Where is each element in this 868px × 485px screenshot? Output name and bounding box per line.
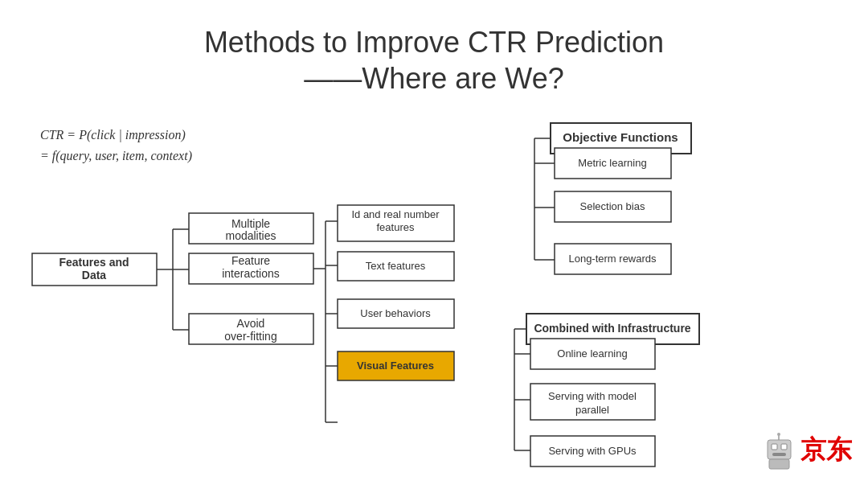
svg-rect-63 bbox=[772, 453, 786, 456]
svg-text:Features and: Features and bbox=[59, 256, 129, 269]
svg-text:Long-term rewards: Long-term rewards bbox=[568, 253, 657, 265]
svg-text:Selection bias: Selection bias bbox=[580, 200, 645, 212]
svg-text:Multiple: Multiple bbox=[231, 217, 270, 230]
svg-point-65 bbox=[777, 433, 780, 436]
svg-text:Visual Features: Visual Features bbox=[357, 360, 434, 372]
formula-line2: = f(query, user, item, context) bbox=[40, 146, 192, 166]
svg-text:Metric learning: Metric learning bbox=[578, 157, 646, 169]
svg-text:interactions: interactions bbox=[222, 267, 280, 280]
svg-text:Data: Data bbox=[82, 269, 107, 282]
right-top-tree-diagram: Objective Functions Metric learning Sele… bbox=[510, 119, 848, 320]
title-line2: ——Where are We? bbox=[32, 60, 836, 97]
svg-rect-61 bbox=[772, 444, 777, 450]
title-line1: Methods to Improve CTR Prediction bbox=[32, 24, 836, 60]
svg-text:Id and real number: Id and real number bbox=[351, 208, 440, 220]
svg-text:Text features: Text features bbox=[366, 260, 426, 272]
slide-title: Methods to Improve CTR Prediction ——Wher… bbox=[32, 24, 836, 97]
logo-area: 京东 bbox=[761, 430, 852, 471]
svg-text:Feature: Feature bbox=[231, 254, 270, 267]
svg-text:parallel: parallel bbox=[575, 404, 609, 416]
svg-text:modalities: modalities bbox=[225, 229, 276, 242]
svg-text:Avoid: Avoid bbox=[237, 317, 265, 330]
slide: Methods to Improve CTR Prediction ——Wher… bbox=[0, 0, 868, 485]
formula-line1: CTR = P(click | impression) bbox=[40, 125, 192, 146]
svg-text:Online learning: Online learning bbox=[557, 347, 627, 360]
svg-text:User behaviors: User behaviors bbox=[360, 307, 431, 319]
robot-icon bbox=[761, 430, 797, 471]
svg-rect-66 bbox=[769, 459, 789, 469]
jd-logo-text: 京东 bbox=[800, 433, 852, 468]
svg-rect-60 bbox=[768, 440, 791, 459]
left-tree-diagram: Features and Data Multiple modalities Fe… bbox=[16, 205, 466, 471]
svg-text:Serving with model: Serving with model bbox=[548, 390, 637, 402]
svg-text:Objective Functions: Objective Functions bbox=[563, 130, 678, 144]
svg-text:over-fitting: over-fitting bbox=[224, 330, 276, 343]
formula-block: CTR = P(click | impression) = f(query, u… bbox=[40, 125, 192, 166]
svg-rect-62 bbox=[781, 444, 787, 450]
svg-text:Combined with Infrastructure: Combined with Infrastructure bbox=[534, 322, 690, 335]
svg-text:Serving with GPUs: Serving with GPUs bbox=[548, 445, 637, 457]
svg-text:features: features bbox=[377, 221, 415, 233]
